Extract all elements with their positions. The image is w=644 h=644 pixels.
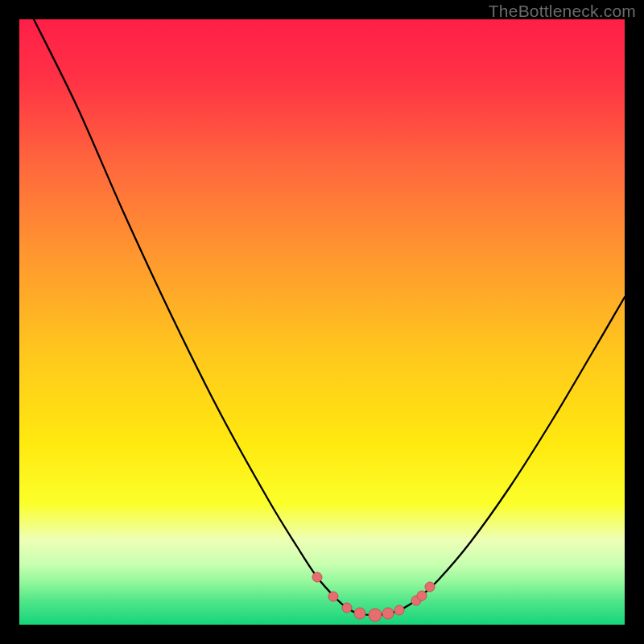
data-marker	[382, 608, 394, 619]
data-marker	[342, 603, 352, 613]
markers-group	[312, 572, 435, 621]
plot-area	[19, 19, 625, 625]
data-marker	[328, 592, 338, 601]
watermark-text: TheBottleneck.com	[489, 2, 636, 21]
data-marker	[354, 608, 365, 619]
data-marker	[417, 591, 427, 601]
chart-frame: TheBottleneck.com	[0, 0, 644, 644]
curve-layer	[19, 19, 625, 625]
bottleneck-curve	[34, 19, 625, 615]
data-marker	[369, 609, 382, 621]
data-marker	[394, 605, 404, 615]
data-marker	[312, 572, 322, 582]
data-marker	[425, 582, 435, 592]
